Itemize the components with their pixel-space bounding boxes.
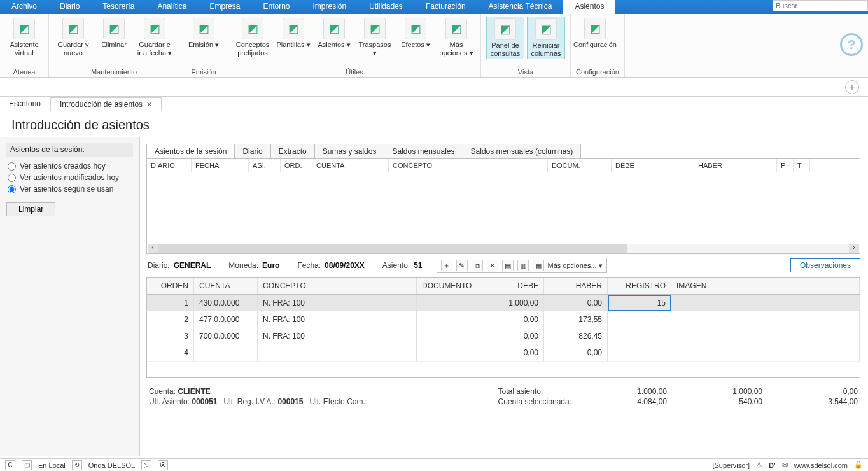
col-header[interactable]: DOCUMENTO [417,278,480,294]
status-local: En Local [38,461,66,469]
scroll-left-icon[interactable]: ‹ [148,244,158,253]
panel-consultas[interactable]: ◩Panel de consultas [486,17,524,59]
menu-bar: ArchivoDiarioTesoreríaAnalíticaEmpresaEn… [0,0,868,14]
menu-archivo[interactable]: Archivo [0,0,48,14]
col-header[interactable]: DIARIO [147,159,192,172]
tool-a-icon[interactable]: ▤ [502,260,514,271]
eliminar[interactable]: ◩Eliminar [95,17,133,50]
col-header[interactable]: P [777,159,794,172]
eliminar-icon: ◩ [103,18,125,39]
configuracion[interactable]: ◩Configuración [576,17,614,50]
col-header[interactable]: ORDEN [147,278,194,294]
menu-asistencia técnica[interactable]: Asistencia Técnica [477,0,564,14]
doc-tab[interactable]: Escritorio [0,97,50,111]
col-header[interactable]: HABER [544,278,608,294]
col-header[interactable]: DEBE [612,159,694,172]
conceptos-prefijados[interactable]: ◩Conceptos prefijados [234,17,272,58]
scroll-right-icon[interactable]: › [849,244,859,253]
traspasos-icon: ◩ [364,18,386,39]
session-grid[interactable]: DIARIOFECHAASI.ORD.CUENTACONCEPTODOCUM.D… [146,158,860,254]
table-row[interactable]: 40,000,00 [147,344,860,361]
inner-tab[interactable]: Asientos de la sesión [147,144,235,158]
reiniciar-columnas[interactable]: ◩Reiniciar columnas [527,17,565,59]
status-site[interactable]: www.sdelsol.com [794,461,848,469]
inner-tabs: Asientos de la sesiónDiarioExtractoSumas… [146,144,860,158]
status-warn-icon[interactable]: ⚠ [756,461,762,469]
efectos[interactable]: ◩Efectos ▾ [396,17,435,50]
tool-edit-icon[interactable]: ✎ [456,260,468,271]
tool-copy-icon[interactable]: ⧉ [472,260,483,271]
inner-tab[interactable]: Saldos mensuales [384,144,463,158]
menu-utilidades[interactable]: Utilidades [358,0,414,14]
col-header[interactable]: HABER [694,159,777,172]
status-icon-c[interactable]: C [5,460,15,470]
col-header[interactable]: ASI. [249,159,281,172]
inner-tab[interactable]: Extracto [271,144,315,158]
entry-grid[interactable]: ORDENCUENTACONCEPTODOCUMENTODEBEHABERREG… [146,277,860,378]
col-header[interactable]: CONCEPTO [258,278,417,294]
menu-diario[interactable]: Diario [48,0,91,14]
menu-asientos[interactable]: Asientos [563,0,615,14]
guardar-ir-fecha[interactable]: ◩Guardar e ir a fecha ▾ [136,17,174,58]
limpiar-button[interactable]: Limpiar [6,202,55,216]
status-d-icon[interactable]: D' [769,461,776,469]
col-header[interactable]: T [794,159,810,172]
help-icon[interactable]: ? [840,33,863,56]
close-icon[interactable]: ✕ [146,101,152,109]
col-header[interactable]: IMAGEN [671,278,860,294]
table-row[interactable]: 1430.0.0.000N. FRA: 1001.000,000,0015 [147,295,860,311]
reiniciar-columnas-label: Reiniciar columnas [529,41,563,57]
menu-empresa[interactable]: Empresa [198,0,251,14]
plantillas[interactable]: ◩Plantillas ▾ [274,17,312,50]
observaciones-button[interactable]: Observaciones [790,258,860,272]
inner-tab[interactable]: Sumas y saldos [315,144,385,158]
col-header[interactable]: FECHA [192,159,249,172]
menu-analítica[interactable]: Analítica [146,0,198,14]
guardar-nuevo[interactable]: ◩Guardar y nuevo [54,17,92,58]
asientos-util[interactable]: ◩Asientos ▾ [315,17,353,50]
table-row[interactable]: 3700.0.0.000N. FRA: 1000,00826,45 [147,328,860,344]
configuracion-icon: ◩ [584,18,606,39]
radio-option[interactable]: Ver asientos según se usan [8,185,132,193]
status-product: Onda DELSOL [88,461,135,469]
col-header[interactable]: DOCUM. [548,159,612,172]
status-play-icon[interactable]: ▷ [141,460,151,470]
asistente-virtual[interactable]: ◩Asistente virtual [5,17,43,58]
inner-tab[interactable]: Diario [235,144,270,158]
status-lock-icon[interactable]: 🔓 [854,461,863,469]
menu-facturación[interactable]: Facturación [414,0,477,14]
col-header[interactable]: DEBE [480,278,544,294]
search-input[interactable] [773,0,868,11]
status-refresh-icon[interactable]: ↻ [72,460,82,470]
menu-tesorería[interactable]: Tesorería [91,0,146,14]
tool-new-icon[interactable]: ＋ [441,260,452,271]
tool-delete-icon[interactable]: ✕ [487,260,498,271]
col-header[interactable]: CUENTA [194,278,258,294]
tool-b-icon[interactable]: ▥ [517,260,529,271]
menu-impresión[interactable]: Impresión [301,0,358,14]
doc-tab[interactable]: Introducción de asientos✕ [50,97,162,111]
inner-tab[interactable]: Saldos mensuales (columnas) [463,144,582,158]
traspasos[interactable]: ◩Traspasos ▾ [356,17,394,58]
main-area: Asientos de la sesiónDiarioExtractoSumas… [140,137,868,456]
radio-option[interactable]: Ver asientos modificados hoy [8,173,132,182]
status-mail-icon[interactable]: ✉ [782,461,788,469]
emision[interactable]: ◩Emisión ▾ [185,17,223,50]
mas-opciones-link[interactable]: Más opciones... ▾ [548,262,603,270]
mas-opciones-utiles[interactable]: ◩Más opciones ▾ [437,17,475,58]
add-tab-button[interactable]: + [845,80,859,94]
horizontal-scrollbar[interactable]: ‹ › [148,244,859,253]
menu-entorno[interactable]: Entorno [251,0,301,14]
status-icon-box[interactable]: ▢ [22,460,32,470]
configuracion-label: Configuración [573,41,617,49]
col-header[interactable]: ORD. [281,159,312,172]
table-row[interactable]: 2477.0.0.000N. FRA: 1000,00173,55 [147,311,860,328]
radio-option[interactable]: Ver asientos creados hoy [8,162,132,171]
col-header[interactable]: REGISTRO [608,278,671,294]
side-panel: Asientos de la sesión: Ver asientos crea… [0,137,140,456]
col-header[interactable]: CONCEPTO [389,159,548,172]
col-header[interactable]: CUENTA [312,159,389,172]
guardar-nuevo-icon: ◩ [62,18,84,39]
status-record-icon[interactable]: ⦿ [158,460,168,470]
tool-c-icon[interactable]: ▦ [533,260,544,271]
